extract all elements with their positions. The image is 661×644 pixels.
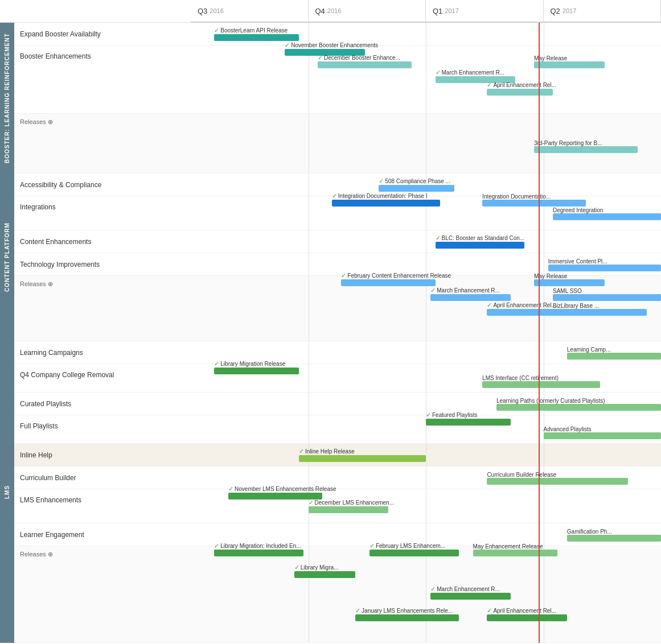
section-label-lms: LMS — [0, 341, 14, 643]
grid-line — [309, 174, 309, 196]
bar-element — [309, 506, 388, 513]
bar-element — [430, 294, 510, 301]
grid-line — [426, 489, 426, 523]
bar-wrapper[interactable]: ✓Featured Playlists — [426, 418, 511, 428]
chart-row-2: 3rd-Party Reporting for B... — [191, 114, 661, 174]
chart-row-14: ✓November LMS Enhancements Release✓Decem… — [191, 489, 661, 523]
bar-element — [553, 213, 661, 220]
grid-line — [544, 23, 544, 45]
bar-wrapper[interactable]: Advanced Playlists — [544, 431, 662, 441]
row-label-curated-playlists: Curated Playlists — [0, 393, 191, 415]
grid-line — [426, 23, 426, 45]
grid-line — [309, 341, 309, 364]
bar-wrapper[interactable]: ✓December Booster Enhance... — [318, 60, 412, 71]
bar-wrapper[interactable]: ✓Library Migration Release — [214, 366, 299, 377]
bar-wrapper[interactable]: ✓February Content Enhancement Release — [341, 278, 435, 288]
bar-element — [379, 185, 454, 192]
row-label-releases-booster[interactable]: Releases ⊕ — [0, 114, 191, 174]
bar-element — [553, 294, 661, 301]
chart-row-5: ✓BLC: Booster as Standard Con... — [191, 230, 661, 253]
quarter-q4: Q4 2016 — [309, 0, 426, 22]
bar-wrapper[interactable]: ✓BLC: Booster as Standard Con... — [436, 241, 525, 251]
bar-wrapper[interactable]: Curriculum Builder Release — [487, 477, 628, 487]
bar-element — [332, 200, 440, 207]
bar-element — [567, 535, 661, 542]
bar-wrapper[interactable]: LMS Interface (CC retirement) — [482, 380, 600, 390]
chart-row-11: ✓Featured PlaylistsAdvanced Playlists — [191, 415, 661, 444]
bar-element — [341, 279, 435, 286]
bar-element — [482, 200, 586, 207]
bar-wrapper[interactable]: ✓Integration Documentation: Phase I — [332, 199, 440, 209]
bar-wrapper[interactable]: ✓Library Migration: Included En... — [214, 548, 303, 559]
today-line — [539, 23, 540, 643]
chart-row-9: ✓Library Migration ReleaseLMS Interface … — [191, 364, 661, 393]
row-label-lms-enhancements: LMS Enhancements — [0, 489, 191, 523]
bar-wrapper[interactable]: ✓January LMS Enhancements Rele... — [355, 613, 459, 624]
bar-element — [534, 279, 605, 286]
bar-wrapper[interactable]: ✓Library Migra... — [294, 570, 355, 580]
quarters-header: Q3 2016 Q4 2016 Q1 2017 Q2 2017 — [191, 0, 661, 23]
bar-wrapper[interactable]: BizLibrary Base ... — [553, 308, 647, 318]
bar-element — [496, 404, 661, 411]
row-label-q4-company: Q4 Company College Removal — [0, 364, 191, 393]
bar-element — [548, 265, 661, 271]
bar-element — [299, 455, 426, 462]
grid-line — [544, 546, 544, 642]
grid-line — [544, 341, 544, 364]
bar-element — [534, 61, 605, 68]
bar-wrapper[interactable]: ✓April Enhancement Rel... — [487, 88, 553, 98]
grid-line — [309, 276, 309, 341]
grid-line — [544, 489, 544, 523]
row-label-releases-lms[interactable]: Releases ⊕ — [0, 546, 191, 643]
grid-line — [426, 467, 426, 489]
bar-element — [318, 61, 412, 68]
grid-line — [544, 253, 544, 275]
grid-line — [426, 230, 426, 253]
bar-wrapper[interactable]: ✓March Enhancement R... — [430, 592, 510, 602]
quarter-q3: Q3 2016 — [191, 0, 309, 22]
bar-wrapper[interactable]: May Enhancement Release — [473, 548, 558, 559]
grid-line — [426, 444, 426, 466]
row-label-content-enhancements: Content Enhancements — [0, 230, 191, 253]
bar-wrapper[interactable]: Immersive Content Pl... — [548, 263, 661, 274]
quarter-q1: Q1 2017 — [426, 0, 544, 22]
bar-wrapper[interactable]: May Release — [534, 60, 605, 71]
bar-wrapper[interactable]: Degreed Integration — [553, 212, 661, 222]
row-label-integrations: Integrations — [0, 196, 191, 230]
bar-wrapper[interactable]: May Release — [534, 278, 605, 288]
chart-row-4: ✓Integration Documentation: Phase IInteg… — [191, 196, 661, 230]
grid-line — [544, 230, 544, 253]
grid-line — [309, 364, 309, 392]
bar-wrapper[interactable]: 3rd-Party Reporting for B... — [534, 145, 638, 155]
grid-line — [309, 253, 309, 275]
bar-wrapper[interactable]: ✓Inline Help Release — [299, 454, 426, 464]
bar-element — [436, 242, 525, 249]
bar-wrapper[interactable]: ✓December LMS Enhancemen... — [309, 505, 388, 515]
bar-wrapper[interactable]: SAML SSO — [553, 293, 661, 303]
row-label-learning-campaigns: Learning Campaigns — [0, 341, 191, 364]
bar-wrapper[interactable]: ✓February LMS Enhancem... — [369, 548, 459, 559]
bar-element — [294, 571, 355, 578]
bar-wrapper[interactable]: ✓April Enhancement Rel... — [487, 613, 566, 624]
bar-element — [214, 368, 299, 374]
section-label-content: CONTENT PLATFORM — [0, 174, 14, 341]
row-label-releases-content[interactable]: Releases ⊕ — [0, 276, 191, 341]
grid-line — [309, 523, 309, 546]
bar-element — [430, 593, 510, 600]
bar-element — [487, 89, 553, 96]
chart-rows: ✓BoosterLearn API Release✓November Boost… — [191, 23, 661, 643]
quarter-q2: Q2 2017 — [544, 0, 662, 22]
grid-line — [309, 393, 309, 415]
bar-element — [214, 550, 303, 556]
grid-line — [309, 415, 309, 443]
bar-element — [473, 550, 558, 556]
bar-wrapper[interactable]: Gamification Ph... — [567, 534, 661, 544]
section-label-booster: BOOSTER: LEARNING REINFORCEMENT — [0, 23, 14, 174]
bar-element — [426, 419, 511, 426]
grid-line — [309, 546, 309, 642]
chart-area: Q3 2016 Q4 2016 Q1 2017 Q2 2017 ✓Booster… — [191, 0, 661, 644]
bar-wrapper[interactable]: Learning Paths (formerly Curated Playlis… — [496, 403, 661, 413]
bar-wrapper[interactable]: Learning Camp... — [567, 352, 661, 362]
grid-line — [544, 444, 544, 466]
grid-line — [309, 230, 309, 253]
